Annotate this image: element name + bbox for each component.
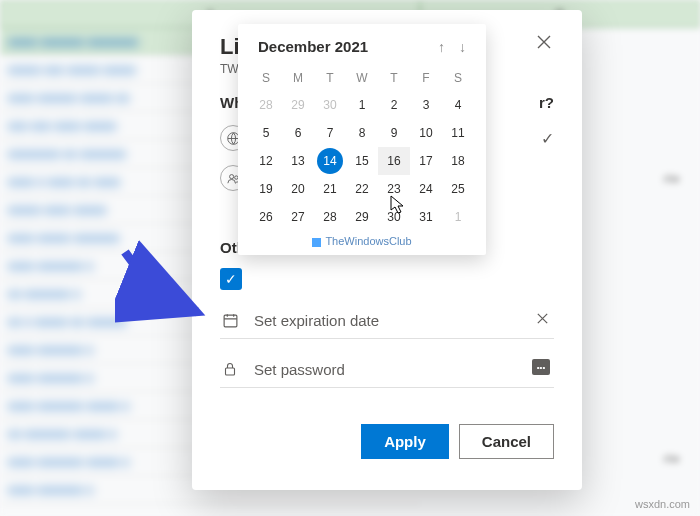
calendar-day[interactable]: 21 — [314, 175, 346, 203]
calendar-dow: W — [346, 65, 378, 91]
calendar-month-title[interactable]: December 2021 — [258, 38, 368, 55]
calendar-day[interactable]: 4 — [442, 91, 474, 119]
calendar-day[interactable]: 6 — [282, 119, 314, 147]
calendar-day[interactable]: 13 — [282, 147, 314, 175]
expiration-label: Set expiration date — [254, 312, 379, 329]
calendar-day[interactable]: 31 — [410, 203, 442, 231]
password-reveal-icon[interactable]: ••• — [532, 359, 550, 375]
next-month-icon[interactable]: ↓ — [459, 39, 466, 55]
calendar-day[interactable]: 9 — [378, 119, 410, 147]
calendar-day[interactable]: 5 — [250, 119, 282, 147]
allow-editing-checkbox[interactable]: ✓ — [220, 268, 554, 290]
calendar-day[interactable]: 30 — [378, 203, 410, 231]
calendar-day[interactable]: 16 — [378, 147, 410, 175]
calendar-day[interactable]: 27 — [282, 203, 314, 231]
calendar-day[interactable]: 25 — [442, 175, 474, 203]
calendar-dow: F — [410, 65, 442, 91]
date-picker: December 2021 ↑ ↓ SMTWTFS282930123456789… — [238, 24, 486, 255]
svg-point-2 — [234, 175, 237, 178]
annotation-arrow — [115, 240, 215, 330]
checkmark-icon: ✓ — [541, 129, 554, 148]
calendar-day[interactable]: 1 — [346, 91, 378, 119]
expiration-date-field[interactable]: Set expiration date — [220, 310, 554, 339]
calendar-day[interactable]: 14 — [314, 147, 346, 175]
svg-rect-3 — [224, 315, 237, 327]
calendar-day[interactable]: 29 — [282, 91, 314, 119]
calendar-day[interactable]: 7 — [314, 119, 346, 147]
calendar-day[interactable]: 3 — [410, 91, 442, 119]
calendar-day[interactable]: 30 — [314, 91, 346, 119]
page-watermark: wsxdn.com — [635, 498, 690, 510]
lock-icon — [220, 359, 240, 379]
calendar-day[interactable]: 1 — [442, 203, 474, 231]
calendar-day[interactable]: 10 — [410, 119, 442, 147]
calendar-day[interactable]: 23 — [378, 175, 410, 203]
calendar-dow: M — [282, 65, 314, 91]
calendar-dow: T — [314, 65, 346, 91]
calendar-day[interactable]: 15 — [346, 147, 378, 175]
cell-text: rite — [663, 452, 680, 466]
calendar-day[interactable]: 20 — [282, 175, 314, 203]
calendar-day[interactable]: 19 — [250, 175, 282, 203]
calendar-day[interactable]: 29 — [346, 203, 378, 231]
calendar-day[interactable]: 17 — [410, 147, 442, 175]
calendar-dow: S — [250, 65, 282, 91]
calendar-day[interactable]: 18 — [442, 147, 474, 175]
calendar-day[interactable]: 12 — [250, 147, 282, 175]
password-field[interactable]: Set password ••• — [220, 359, 554, 388]
prev-month-icon[interactable]: ↑ — [438, 39, 445, 55]
close-icon[interactable] — [536, 34, 556, 54]
calendar-day[interactable]: 8 — [346, 119, 378, 147]
calendar-day[interactable]: 24 — [410, 175, 442, 203]
watermark: TheWindowsClub — [250, 231, 474, 247]
calendar-icon — [220, 310, 240, 330]
cancel-button[interactable]: Cancel — [459, 424, 554, 459]
calendar-day[interactable]: 28 — [250, 91, 282, 119]
calendar-day[interactable]: 22 — [346, 175, 378, 203]
cell-text: rite — [663, 172, 680, 186]
svg-point-1 — [229, 174, 233, 178]
apply-button[interactable]: Apply — [361, 424, 449, 459]
password-label: Set password — [254, 361, 345, 378]
checkbox-checked-icon: ✓ — [220, 268, 242, 290]
calendar-day[interactable]: 11 — [442, 119, 474, 147]
svg-rect-4 — [226, 368, 235, 375]
clear-icon[interactable] — [535, 311, 550, 330]
calendar-day[interactable]: 2 — [378, 91, 410, 119]
calendar-dow: S — [442, 65, 474, 91]
calendar-day[interactable]: 28 — [314, 203, 346, 231]
calendar-day[interactable]: 26 — [250, 203, 282, 231]
calendar-dow: T — [378, 65, 410, 91]
